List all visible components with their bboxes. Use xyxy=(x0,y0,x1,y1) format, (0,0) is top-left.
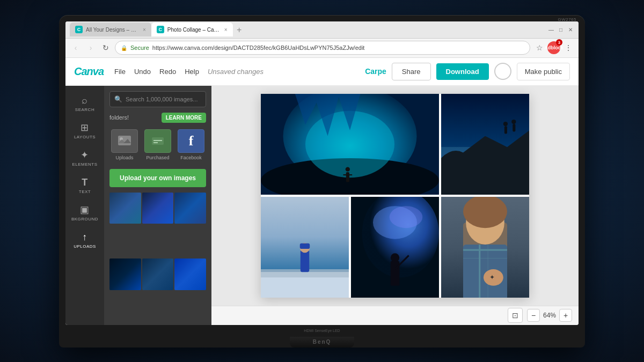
browser-tab-2[interactable]: C Photo Collage – Carpe × xyxy=(151,23,233,36)
learn-more-button[interactable]: LEARN MORE xyxy=(162,113,206,123)
nav-redo[interactable]: Redo xyxy=(159,68,176,76)
sidebar-label-layouts: LAYOUTS xyxy=(74,135,96,139)
sidebar-item-uploads[interactable]: ↑ UPLOADS xyxy=(65,227,104,254)
girl-tattoo-image: ✦ xyxy=(441,197,529,298)
toolbar-actions: ☆ Adblock 3 ⋮ xyxy=(533,41,574,54)
minimize-button[interactable]: — xyxy=(547,26,555,33)
photo-cell-mountain[interactable] xyxy=(441,94,529,195)
tab-2-close[interactable]: × xyxy=(224,27,228,33)
panel-images-grid xyxy=(104,191,211,325)
source-tab-uploads[interactable]: Uploads xyxy=(109,129,140,160)
zoom-controls: − 64% + xyxy=(527,309,572,322)
purchased-tab-label: Purchased xyxy=(146,155,169,160)
mountain-silhouette-image xyxy=(441,94,529,195)
sidebar-item-elements[interactable]: ✦ ELEMENTS xyxy=(65,145,104,172)
secure-label: Secure xyxy=(130,45,149,51)
canva-main-content: ✦ ⊡ − 64% + xyxy=(211,86,579,325)
download-button[interactable]: Download xyxy=(436,63,489,80)
canva-app: Canva File Undo Redo Help Unsaved change… xyxy=(65,58,579,325)
photo-cell-girl-tattoo[interactable]: ✦ xyxy=(441,197,529,298)
canva-nav: File Undo Redo Help Unsaved changes xyxy=(114,68,264,76)
photo-cell-smoke-blue[interactable] xyxy=(351,197,439,298)
svg-rect-0 xyxy=(118,136,131,145)
close-button[interactable]: ✕ xyxy=(567,26,574,33)
back-button[interactable]: ‹ xyxy=(70,42,82,54)
browser-toolbar: ‹ › ↻ 🔒 Secure https://www.canva.com/des… xyxy=(65,39,579,58)
monitor-brand: BenQ xyxy=(313,339,332,345)
share-button[interactable]: Share xyxy=(392,63,431,80)
sidebar-item-search[interactable]: ⌕ SEARCH xyxy=(65,90,104,117)
browser-menu-button[interactable]: ⋮ xyxy=(562,42,574,54)
svg-rect-21 xyxy=(301,250,309,272)
source-tabs: Uploads Purchased xyxy=(104,125,211,165)
layouts-icon: ⊞ xyxy=(80,123,89,132)
make-public-button[interactable]: Make public xyxy=(517,63,570,80)
avatar xyxy=(494,63,511,80)
browser-titlebar: C All Your Designs – Canva × C Photo Col… xyxy=(65,21,579,39)
source-tab-purchased[interactable]: Purchased xyxy=(143,129,173,160)
sidebar: ⌕ SEARCH ⊞ LAYOUTS ✦ ELEMENTS T TEXT xyxy=(65,86,104,325)
panel-image-6[interactable] xyxy=(174,258,206,290)
folders-text: folders! xyxy=(109,114,129,121)
svg-rect-4 xyxy=(153,142,158,143)
upload-images-button[interactable]: Upload your own images xyxy=(109,169,206,187)
smoke-blue-image xyxy=(351,197,439,298)
svg-rect-16 xyxy=(513,124,515,131)
photo-cell-snowy-field[interactable] xyxy=(261,197,349,298)
svg-point-10 xyxy=(346,167,350,171)
svg-rect-28 xyxy=(391,261,399,285)
zoom-out-button[interactable]: − xyxy=(527,309,540,322)
source-tab-facebook[interactable]: f Facebook xyxy=(176,129,206,160)
panel-image-3[interactable] xyxy=(174,193,206,224)
snowy-field-image xyxy=(261,197,349,298)
canva-logo: Canva xyxy=(74,65,104,78)
search-icon: ⌕ xyxy=(82,95,88,105)
uploads-tab-label: Uploads xyxy=(115,155,133,160)
nav-help[interactable]: Help xyxy=(185,68,199,76)
canvas-bottom-bar: ⊡ − 64% + xyxy=(211,306,579,325)
monitor-bottom-bar: HDMI SenseEye LED xyxy=(65,325,579,337)
search-icon-panel: 🔍 xyxy=(114,95,122,103)
svg-rect-3 xyxy=(153,140,162,141)
monitor-port-label: HDMI SenseEye LED xyxy=(304,329,340,333)
search-placeholder: Search 1,000,000 images... xyxy=(126,96,198,102)
panel-image-2[interactable] xyxy=(142,193,174,224)
monitor-stand: BenQ xyxy=(290,337,354,348)
bookmark-button[interactable]: ☆ xyxy=(533,42,545,54)
sidebar-item-text[interactable]: T TEXT xyxy=(65,172,104,200)
nav-file[interactable]: File xyxy=(114,68,126,76)
panel-image-1[interactable] xyxy=(109,193,141,224)
svg-text:✦: ✦ xyxy=(489,274,495,281)
refresh-button[interactable]: ↻ xyxy=(100,42,112,54)
svg-point-29 xyxy=(391,253,399,262)
monitor: GW2765 C All Your Designs – Canva × C xyxy=(59,15,585,348)
tab-1-close[interactable]: × xyxy=(143,27,146,33)
photo-cell-ice-cave[interactable] xyxy=(261,94,439,195)
sidebar-label-uploads: UPLOADS xyxy=(74,244,96,249)
browser-tab-1[interactable]: C All Your Designs – Canva × xyxy=(70,23,151,36)
svg-rect-14 xyxy=(504,126,507,134)
canvas-area[interactable]: ✦ xyxy=(211,86,579,306)
search-input[interactable]: 🔍 Search 1,000,000 images... xyxy=(109,91,206,107)
maximize-button[interactable]: □ xyxy=(557,26,565,33)
present-button[interactable]: ⊡ xyxy=(508,308,523,323)
panel-image-4[interactable] xyxy=(109,258,141,290)
purchased-icon xyxy=(151,136,164,146)
address-bar[interactable]: 🔒 Secure https://www.canva.com/design/DA… xyxy=(115,41,530,55)
uploads-tab-icon xyxy=(111,129,138,153)
sidebar-label-search: SEARCH xyxy=(75,107,94,112)
canva-header: Canva File Undo Redo Help Unsaved change… xyxy=(65,58,579,86)
sidebar-item-background[interactable]: ▣ BKGROUND xyxy=(65,200,104,227)
new-tab-button[interactable]: + xyxy=(233,24,246,36)
text-icon: T xyxy=(82,178,88,187)
purchased-tab-icon xyxy=(144,129,171,153)
zoom-in-button[interactable]: + xyxy=(559,309,572,322)
nav-undo[interactable]: Undo xyxy=(134,68,151,76)
extension-icon[interactable]: Adblock 3 xyxy=(547,41,560,54)
sidebar-item-layouts[interactable]: ⊞ LAYOUTS xyxy=(65,117,104,145)
ext-badge: 3 xyxy=(556,39,562,46)
forward-button[interactable]: › xyxy=(85,42,97,54)
photo-collage: ✦ xyxy=(261,94,529,298)
uploads-icon: ↑ xyxy=(82,232,87,242)
panel-image-5[interactable] xyxy=(142,258,174,290)
